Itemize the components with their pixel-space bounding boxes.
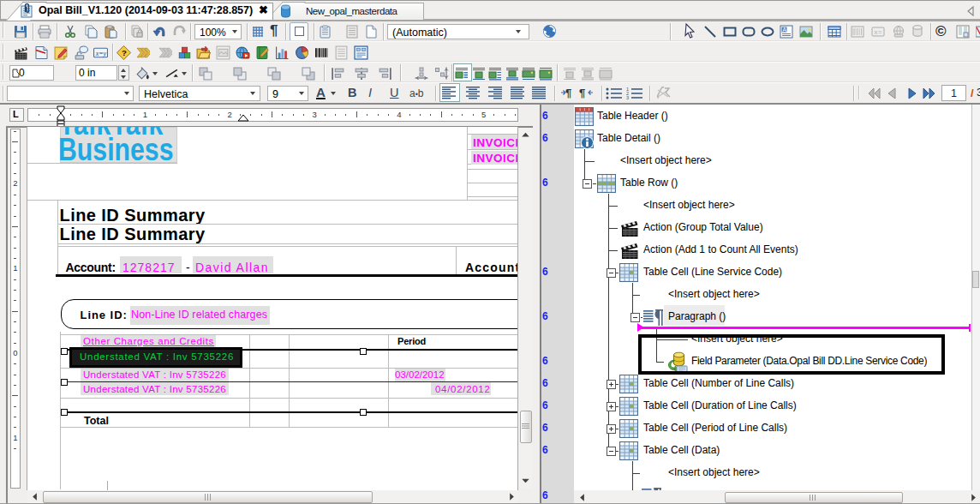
svg-text:x=y: x=y xyxy=(95,50,107,57)
svg-text:¶: ¶ xyxy=(579,87,585,99)
svg-text:3: 3 xyxy=(626,95,629,99)
svg-text:A: A xyxy=(783,27,787,33)
svg-text:x=: x= xyxy=(874,28,882,36)
svg-text:¶: ¶ xyxy=(565,87,571,99)
svg-text:?: ? xyxy=(122,48,127,57)
